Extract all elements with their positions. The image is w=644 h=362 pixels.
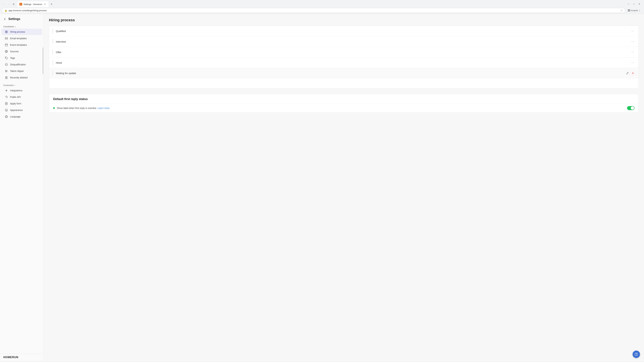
new-tab-button[interactable]: +	[49, 2, 54, 6]
sidebar-item-event-templates[interactable]: Event templates	[1, 42, 42, 48]
sidebar-item-apply-form[interactable]: Apply form	[1, 100, 42, 107]
sidebar: Settings Candidates ▾ Hiring process	[0, 14, 44, 361]
reply-toggle[interactable]	[627, 106, 634, 110]
sidebar-label-talent-clipper: Talent clipper	[10, 70, 24, 72]
apply-form-icon	[5, 102, 8, 105]
delete-stage-button[interactable]	[630, 71, 635, 75]
stage-actions-waiting	[625, 71, 635, 75]
main-content: Hiring process Qualified ··· Interview	[44, 14, 644, 361]
sidebar-label-email-templates: Email templates	[10, 37, 27, 40]
sidebar-item-language[interactable]: Language	[1, 113, 42, 120]
sidebar-item-hiring-process[interactable]: Hiring process	[1, 29, 42, 35]
stage-actions-interview: ···	[630, 39, 635, 44]
svg-rect-1	[629, 9, 630, 10]
back-button[interactable]: ←	[1, 2, 6, 6]
browser-tab[interactable]: H Settings · Homerun ✕	[18, 1, 48, 7]
sidebar-item-recently-deleted[interactable]: Recently deleted	[1, 74, 42, 81]
sources-icon	[5, 50, 8, 53]
stage-row-interview: Interview ···	[49, 36, 638, 47]
sidebar-item-integrations[interactable]: Integrations	[1, 87, 42, 94]
sidebar-item-email-templates[interactable]: Email templates	[1, 35, 42, 41]
learn-more-link[interactable]: Learn more	[98, 107, 110, 109]
url-input[interactable]	[8, 9, 619, 12]
close-button[interactable]: ✕	[637, 2, 641, 6]
minimize-button[interactable]: ―	[626, 2, 630, 6]
status-dot	[53, 107, 55, 109]
drag-handle-qualified[interactable]	[52, 29, 54, 33]
tab-close-button[interactable]: ✕	[44, 3, 46, 6]
customize-chevron-icon: ▾	[14, 84, 15, 86]
svg-rect-0	[628, 9, 629, 10]
svg-point-15	[5, 109, 8, 111]
sidebar-title: Settings	[8, 17, 20, 21]
reload-button[interactable]: ↻	[12, 2, 16, 6]
tab-favicon: H	[20, 3, 22, 5]
stage-menu-button-offer[interactable]: ···	[630, 50, 635, 55]
event-templates-icon	[5, 43, 8, 46]
integrations-icon	[5, 89, 8, 92]
empty-stage-area	[49, 78, 638, 88]
profile-button[interactable]: Incognito	[632, 8, 636, 13]
svg-point-16	[6, 110, 6, 110]
logo-text: HOMERUN	[3, 356, 18, 359]
appearance-icon	[5, 108, 8, 112]
stages-card: Qualified ··· Interview ···	[49, 26, 639, 88]
stage-menu-button-qualified[interactable]: ···	[630, 28, 635, 33]
scrollbar-thumb[interactable]	[42, 47, 43, 74]
stage-row-waiting-for-update: Waiting for update	[49, 68, 638, 78]
sidebar-item-talent-clipper[interactable]: Talent clipper	[1, 68, 42, 74]
sidebar-label-language: Language	[10, 115, 20, 118]
sidebar-item-disqualification[interactable]: Disqualification	[1, 61, 42, 68]
tags-icon	[5, 56, 8, 60]
drag-handle-offer[interactable]	[52, 50, 54, 54]
stage-name-offer: Offer	[56, 51, 628, 54]
svg-rect-3	[629, 10, 630, 11]
drag-handle-hired[interactable]	[52, 60, 54, 65]
sidebar-label-public-api: Public API	[10, 96, 21, 98]
sidebar-label-apply-form: Apply form	[10, 102, 21, 105]
cursor-area	[49, 91, 639, 94]
sidebar-item-appearance[interactable]: Appearance	[1, 107, 42, 113]
sidebar-nav: Candidates ▾ Hiring process	[0, 23, 44, 354]
svg-point-21	[636, 355, 636, 355]
stage-row-offer: Offer ···	[49, 47, 638, 57]
hiring-process-icon	[5, 30, 8, 33]
drag-handle-waiting[interactable]	[52, 71, 54, 75]
reply-status-row: Show label when first reply is overdue. …	[49, 104, 638, 112]
public-api-icon	[5, 95, 8, 99]
stage-menu-button-hired[interactable]: ···	[630, 60, 635, 65]
tab-title: Settings · Homerun	[24, 3, 42, 5]
back-arrow-link[interactable]	[3, 17, 6, 21]
svg-point-13	[6, 90, 7, 91]
candidates-section-header[interactable]: Candidates ▾	[0, 24, 44, 28]
sidebar-label-disqualification: Disqualification	[10, 63, 26, 66]
sidebar-item-tags[interactable]: Tags	[1, 55, 42, 61]
help-button[interactable]	[632, 351, 640, 358]
sidebar-label-recently-deleted: Recently deleted	[10, 76, 28, 79]
svg-rect-7	[5, 44, 8, 46]
address-bar[interactable]: 🔒 ☆	[2, 8, 625, 13]
customize-section-header[interactable]: Customize ▾	[0, 83, 44, 87]
forward-button[interactable]: →	[6, 2, 11, 6]
sidebar-item-public-api[interactable]: Public API	[1, 94, 42, 100]
star-icon[interactable]: ☆	[620, 9, 623, 12]
sidebar-item-sources[interactable]: Sources	[1, 48, 42, 55]
maximize-button[interactable]: □	[632, 2, 636, 6]
edit-stage-button[interactable]	[625, 71, 630, 75]
sidebar-label-event-templates: Event templates	[10, 43, 27, 46]
lock-icon: 🔒	[4, 9, 7, 12]
sidebar-logo: HOMERUN	[0, 354, 44, 361]
drag-handle-interview[interactable]	[52, 39, 54, 44]
reply-status-text: Show label when first reply is overdue. …	[57, 107, 625, 109]
svg-point-17	[7, 110, 7, 110]
stage-name-qualified: Qualified	[56, 30, 628, 32]
menu-button[interactable]: ⋮	[637, 8, 642, 13]
stage-name-hired: Hired	[56, 61, 628, 64]
scrollbar-track[interactable]	[42, 27, 44, 361]
svg-rect-6	[5, 37, 8, 39]
recently-deleted-icon	[5, 76, 8, 79]
disqualification-icon	[5, 63, 8, 66]
sidebar-label-sources: Sources	[10, 50, 18, 53]
stage-actions-qualified: ···	[630, 28, 635, 33]
stage-menu-button-interview[interactable]: ···	[630, 39, 635, 44]
